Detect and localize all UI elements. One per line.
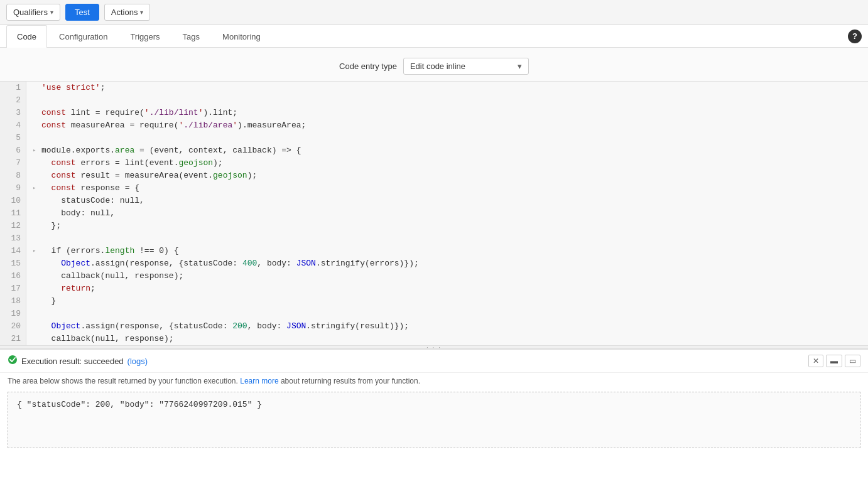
result-title: Execution result: succeeded	[21, 357, 124, 366]
qualifiers-button[interactable]: Qualifiers ▾	[6, 4, 60, 21]
code-line-17: return;	[33, 282, 868, 295]
result-description-post: about returning results from your functi…	[281, 377, 420, 385]
test-button[interactable]: Test	[65, 4, 99, 21]
code-line-7: const errors = lint(event.geojson);	[33, 157, 868, 169]
result-description: The area below shows the result returned…	[0, 373, 868, 389]
result-panel: Execution result: succeeded (logs) ✕ ▬ ▭…	[0, 349, 868, 451]
help-icon[interactable]: ?	[848, 30, 862, 43]
code-line-6: ▸ module.exports.area = (event, context,…	[33, 144, 868, 157]
code-entry-row: Code entry type Edit code inline ▾	[0, 48, 868, 81]
code-entry-select[interactable]: Edit code inline ▾	[403, 58, 529, 75]
code-line-3: const lint = require('./lib/lint').lint;	[33, 107, 868, 119]
code-line-8: const result = measureArea(event.geojson…	[33, 169, 868, 182]
close-result-button[interactable]: ✕	[808, 355, 823, 367]
toolbar: Qualifiers ▾ Test Actions ▾	[0, 0, 868, 25]
test-label: Test	[75, 8, 90, 17]
result-actions: ✕ ▬ ▭	[808, 355, 860, 367]
actions-chevron-icon: ▾	[140, 9, 143, 16]
result-output: { "statusCode": 200, "body": "7766240997…	[8, 392, 860, 448]
tab-triggers[interactable]: Triggers	[119, 25, 170, 48]
code-entry-label: Code entry type	[339, 62, 397, 71]
code-line-12: };	[33, 220, 868, 232]
result-description-pre: The area below shows the result returned…	[8, 377, 238, 385]
code-line-21: callback(null, response);	[33, 333, 868, 345]
tab-tags[interactable]: Tags	[172, 25, 210, 48]
code-editor[interactable]: 1 2 3 4 5 6 7 8 9 10 11 12 13 14 15 16 1…	[0, 81, 868, 345]
learn-more-link[interactable]: Learn more	[240, 377, 278, 385]
code-line-13	[33, 232, 868, 245]
code-entry-value: Edit code inline	[410, 62, 465, 71]
tab-bar: Code Configuration Triggers Tags Monitor…	[0, 25, 868, 48]
code-line-5	[33, 132, 868, 144]
code-line-14: ▸ if (errors.length !== 0) {	[33, 245, 868, 257]
code-line-2	[33, 94, 868, 107]
tab-code[interactable]: Code	[6, 25, 47, 48]
qualifiers-chevron-icon: ▾	[50, 9, 53, 16]
main-content: Code entry type Edit code inline ▾ 1 2 3…	[0, 48, 868, 451]
code-line-1: 'use strict';	[33, 82, 868, 94]
code-line-11: body: null,	[33, 207, 868, 220]
code-line-18: }	[33, 295, 868, 308]
code-line-20: Object.assign(response, {statusCode: 200…	[33, 320, 868, 333]
result-header: Execution result: succeeded (logs) ✕ ▬ ▭	[0, 350, 868, 373]
code-entry-chevron-icon: ▾	[518, 62, 522, 71]
half-panel-button[interactable]: ▬	[826, 355, 842, 367]
full-panel-button[interactable]: ▭	[845, 355, 860, 367]
tab-configuration[interactable]: Configuration	[48, 25, 118, 48]
code-line-4: const measureArea = require('./lib/area'…	[33, 119, 868, 132]
code-line-15: Object.assign(response, {statusCode: 400…	[33, 257, 868, 270]
actions-label: Actions	[111, 8, 138, 17]
qualifiers-label: Qualifiers	[13, 8, 48, 17]
code-line-9: ▸ const response = {	[33, 182, 868, 195]
code-line-19	[33, 308, 868, 320]
success-icon	[8, 355, 18, 367]
code-line-10: statusCode: null,	[33, 195, 868, 207]
actions-button[interactable]: Actions ▾	[104, 4, 151, 21]
code-line-16: callback(null, response);	[33, 270, 868, 282]
code-content[interactable]: 'use strict'; const lint = require('./li…	[26, 82, 868, 345]
logs-link[interactable]: (logs)	[127, 357, 148, 366]
tab-monitoring[interactable]: Monitoring	[212, 25, 271, 48]
line-numbers: 1 2 3 4 5 6 7 8 9 10 11 12 13 14 15 16 1…	[0, 82, 26, 345]
